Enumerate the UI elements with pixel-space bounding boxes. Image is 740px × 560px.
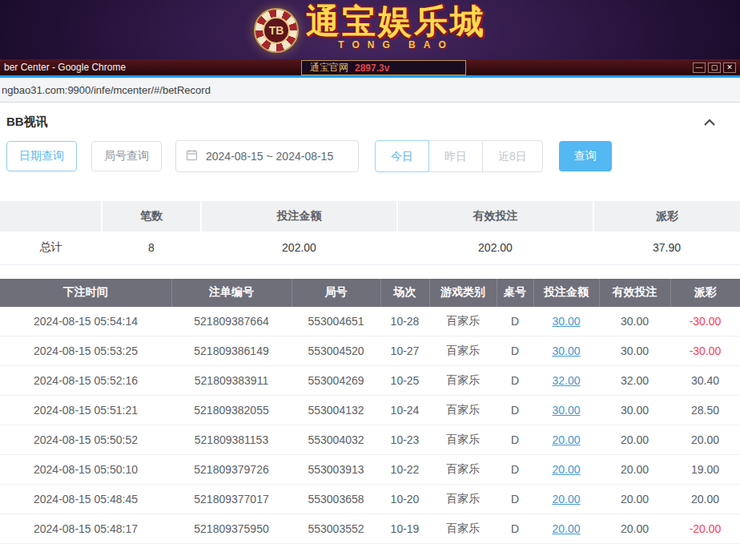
bet-record-table: 下注时间注单编号局号场次游戏类别桌号投注金额有效投注派彩 2024-08-15 … bbox=[0, 279, 740, 545]
maximize-button[interactable]: ▢ bbox=[708, 62, 721, 73]
bet-time-cell: 2024-08-15 05:50:52 bbox=[0, 425, 171, 455]
close-button[interactable]: ✕ bbox=[723, 62, 736, 73]
last8days-button[interactable]: 近8日 bbox=[482, 140, 543, 172]
table-no-cell: D bbox=[497, 455, 533, 485]
round-no-cell: 553004520 bbox=[292, 336, 380, 366]
bet-amount-link[interactable]: 20.00 bbox=[552, 522, 580, 535]
bet-amount-link[interactable]: 32.00 bbox=[552, 374, 580, 387]
summary-header-row: 笔数投注金额有效投注派彩 bbox=[0, 201, 740, 232]
date-query-button[interactable]: 日期查询 bbox=[6, 141, 77, 171]
summary-header-cell bbox=[0, 201, 102, 232]
bet-time-cell: 2024-08-15 05:48:17 bbox=[0, 514, 171, 544]
summary-header-cell: 有效投注 bbox=[397, 201, 593, 232]
table-row: 2024-08-15 05:50:10521809379726553003913… bbox=[0, 455, 740, 485]
round-query-button[interactable]: 局号查询 bbox=[91, 141, 162, 171]
quick-range-group: 今日 昨日 近8日 bbox=[375, 140, 543, 172]
order-no-cell: 521809383911 bbox=[171, 366, 292, 396]
calendar-icon bbox=[186, 149, 198, 164]
game-type-cell: 百家乐 bbox=[429, 455, 497, 485]
bet-time-cell: 2024-08-15 05:54:14 bbox=[0, 307, 171, 336]
payout-cell: 20.00 bbox=[670, 485, 740, 514]
bet-amount-cell: 32.00 bbox=[533, 366, 599, 396]
order-no-cell: 521809377017 bbox=[171, 485, 292, 514]
order-no-cell: 521809381153 bbox=[171, 425, 292, 455]
summary-value: 37.90 bbox=[593, 232, 740, 264]
filter-toolbar: 日期查询 局号查询 2024-08-15 ~ 2024-08-15 今日 昨日 … bbox=[0, 137, 740, 185]
bet-amount-cell: 20.00 bbox=[533, 514, 599, 544]
address-bar[interactable]: ngbao31.com:9900/infe/mcenter/#/betRecor… bbox=[0, 78, 740, 103]
search-button[interactable]: 查询 bbox=[559, 141, 612, 171]
summary-value: 202.00 bbox=[201, 232, 397, 264]
round-no-cell: 553004269 bbox=[292, 366, 380, 396]
today-button[interactable]: 今日 bbox=[375, 140, 429, 172]
valid-bet-cell: 20.00 bbox=[599, 514, 670, 544]
session-cell: 10-20 bbox=[380, 485, 429, 514]
summary-header-cell: 派彩 bbox=[593, 201, 740, 232]
bet-header-row: 下注时间注单编号局号场次游戏类别桌号投注金额有效投注派彩 bbox=[0, 279, 740, 307]
chip-label: TB bbox=[263, 17, 290, 44]
bet-time-cell: 2024-08-15 05:53:25 bbox=[0, 336, 171, 366]
order-no-cell: 521809382055 bbox=[171, 396, 292, 425]
page-title: BB视讯 bbox=[6, 115, 48, 130]
valid-bet-cell: 30.00 bbox=[599, 307, 670, 336]
bet-time-cell: 2024-08-15 05:52:16 bbox=[0, 366, 171, 396]
valid-bet-header: 有效投注 bbox=[599, 279, 670, 307]
bet-time-cell: 2024-08-15 05:51:21 bbox=[0, 396, 171, 425]
round-no-cell: 553003913 bbox=[292, 455, 380, 485]
session-cell: 10-19 bbox=[380, 514, 429, 544]
order-no-cell: 521809386149 bbox=[171, 336, 292, 366]
session-cell: 10-28 bbox=[380, 307, 429, 336]
table-no-cell: D bbox=[497, 307, 533, 336]
bet-amount-cell: 20.00 bbox=[533, 455, 599, 485]
table-row: 2024-08-15 05:51:21521809382055553004132… bbox=[0, 396, 740, 425]
bet-amount-link[interactable]: 20.00 bbox=[552, 433, 580, 446]
round-no-header: 局号 bbox=[292, 279, 380, 307]
bet-amount-link[interactable]: 20.00 bbox=[552, 463, 580, 476]
valid-bet-cell: 20.00 bbox=[599, 485, 670, 514]
bet-amount-link[interactable]: 30.00 bbox=[552, 315, 580, 328]
date-range-picker[interactable]: 2024-08-15 ~ 2024-08-15 bbox=[175, 140, 359, 172]
table-no-cell: D bbox=[497, 366, 533, 396]
round-no-cell: 553003658 bbox=[292, 485, 380, 514]
marquee-label: 通宝官网 bbox=[310, 61, 348, 75]
game-type-cell: 百家乐 bbox=[429, 366, 497, 396]
round-no-cell: 553003552 bbox=[292, 514, 380, 544]
round-no-cell: 553004032 bbox=[292, 425, 380, 455]
bet-time-cell: 2024-08-15 05:50:10 bbox=[0, 455, 171, 485]
bet-table-body: 2024-08-15 05:54:14521809387664553004651… bbox=[0, 307, 740, 544]
bet-amount-link[interactable]: 30.00 bbox=[552, 344, 580, 357]
bet-amount-cell: 20.00 bbox=[533, 425, 599, 455]
valid-bet-cell: 30.00 bbox=[599, 396, 670, 425]
payout-cell: 28.50 bbox=[670, 396, 740, 425]
payout-cell: 30.40 bbox=[670, 366, 740, 396]
bet-amount-link[interactable]: 20.00 bbox=[552, 493, 580, 506]
table-row: 2024-08-15 05:52:16521809383911553004269… bbox=[0, 366, 740, 396]
banner-marquee: 通宝官网 2897.3v bbox=[301, 60, 466, 75]
bet-amount-cell: 20.00 bbox=[533, 485, 599, 514]
table-row: 2024-08-15 05:48:45521809377017553003658… bbox=[0, 485, 740, 514]
table-no-cell: D bbox=[497, 396, 533, 425]
table-no-cell: D bbox=[497, 425, 533, 455]
bet-time-header: 下注时间 bbox=[0, 279, 171, 307]
payout-cell: -30.00 bbox=[670, 307, 740, 336]
valid-bet-cell: 20.00 bbox=[599, 455, 670, 485]
payout-cell: 20.00 bbox=[670, 425, 740, 455]
collapse-chevron-icon[interactable] bbox=[703, 119, 716, 127]
valid-bet-cell: 20.00 bbox=[599, 425, 670, 455]
window-title: ber Center - Google Chrome bbox=[4, 62, 126, 73]
page-url: ngbao31.com:9900/infe/mcenter/#/betRecor… bbox=[2, 84, 211, 96]
section-header: BB视讯 bbox=[0, 103, 740, 137]
yesterday-button[interactable]: 昨日 bbox=[428, 140, 483, 172]
summary-total-label: 总计 bbox=[0, 232, 102, 264]
session-cell: 10-23 bbox=[380, 425, 429, 455]
bet-amount-header: 投注金额 bbox=[533, 279, 599, 307]
table-row: 2024-08-15 05:50:52521809381153553004032… bbox=[0, 425, 740, 455]
summary-table: 笔数投注金额有效投注派彩 总计8202.00202.0037.90 bbox=[0, 201, 740, 265]
valid-bet-cell: 30.00 bbox=[599, 336, 670, 366]
session-cell: 10-27 bbox=[380, 336, 429, 366]
bet-amount-link[interactable]: 30.00 bbox=[552, 404, 580, 417]
minimize-button[interactable]: — bbox=[693, 62, 706, 73]
order-no-cell: 521809387664 bbox=[171, 307, 292, 336]
game-type-cell: 百家乐 bbox=[429, 396, 497, 425]
brand-name-cn: 通宝娱乐城 bbox=[306, 4, 486, 39]
